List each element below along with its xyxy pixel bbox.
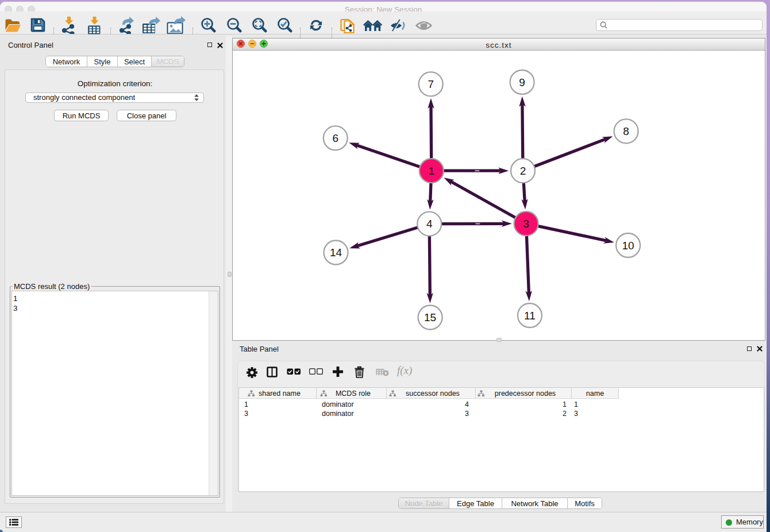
svg-text:6: 6 [333,132,339,144]
svg-text:2: 2 [520,165,526,177]
svg-text:7: 7 [428,78,434,90]
svg-text:14: 14 [330,246,342,259]
svg-text:9: 9 [519,76,525,88]
svg-text:11: 11 [524,310,536,322]
svg-text:1: 1 [429,165,435,177]
svg-text:3: 3 [523,218,529,230]
svg-text:15: 15 [424,311,436,323]
svg-text:8: 8 [623,125,629,137]
svg-text:4: 4 [426,218,433,230]
svg-text:10: 10 [622,240,634,252]
